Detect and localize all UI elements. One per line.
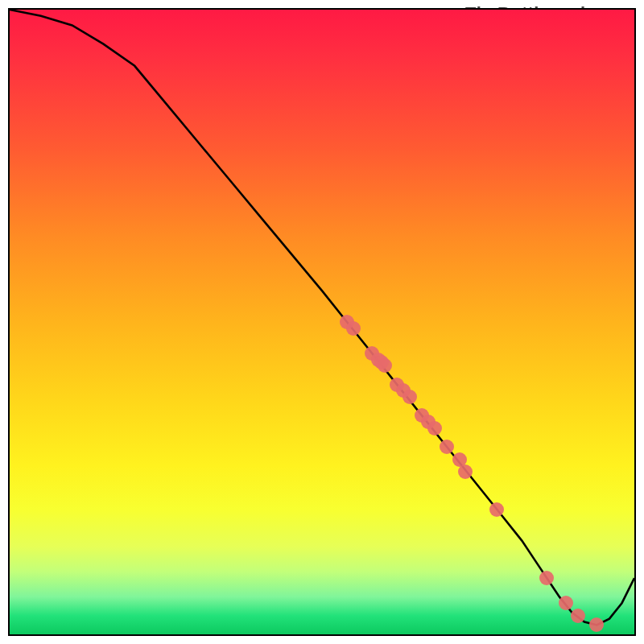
sample-point: [559, 596, 573, 610]
sample-point: [427, 421, 442, 436]
sample-point: [346, 321, 361, 336]
sample-point: [539, 571, 554, 585]
sample-point: [458, 464, 473, 479]
chart-stage: TheBottleneck.com: [0, 0, 644, 644]
sample-point: [489, 502, 504, 517]
sample-point: [378, 358, 392, 373]
marker-layer: [10, 10, 634, 634]
sample-point: [589, 617, 604, 632]
sample-point: [440, 440, 454, 454]
plot-area: [8, 8, 636, 636]
sample-point: [571, 609, 585, 623]
sample-point: [402, 390, 417, 404]
